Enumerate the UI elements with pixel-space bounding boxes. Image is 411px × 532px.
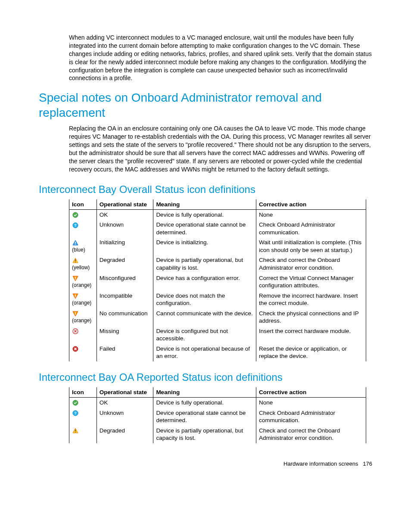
meaning: Cannot communicate with the device. [153,308,256,326]
overall-status-table: Icon Operational state Meaning Correctiv… [69,199,366,361]
incompatible-icon [72,292,79,300]
icon-cell [69,397,97,408]
corrective-action: Check and correct the Onboard Administra… [256,255,366,273]
heading-oa-reported-status: Interconnect Bay OA Reported Status icon… [39,371,372,384]
corrective-action: Insert the correct hardware module. [256,326,366,344]
unknown-icon [72,409,79,417]
icon-cell: (blue) [69,237,97,255]
op-state: Unknown [97,408,153,426]
icon-cell [69,209,97,220]
table-row: (yellow) Degraded Device is partially op… [69,255,366,273]
op-state: Misconfigured [97,273,153,291]
icon-cell: (yellow) [69,255,97,273]
meaning: Device is configured but not accessible. [153,326,256,344]
meaning: Device has a configuration error. [153,273,256,291]
meaning: Device is fully operational. [153,397,256,408]
corrective-action: Check and correct the Onboard Administra… [256,426,366,443]
table-row: Degraded Device is partially operational… [69,426,366,443]
failed-icon [72,345,79,353]
icon-cell [69,220,97,237]
no-communication-icon [72,310,79,317]
initializing-icon [72,239,79,246]
header-corrective-action: Corrective action [256,199,366,210]
icon-color-label: (orange) [72,300,94,307]
footer-section-title: Hardware information screens [283,460,358,467]
degraded-icon [72,427,79,435]
icon-color-label: (blue) [72,247,94,254]
document-page: When adding VC interconnect modules to a… [0,0,411,493]
icon-cell: (orange) [69,308,97,326]
op-state: OK [97,209,153,220]
meaning: Device does not match the configuration. [153,291,256,308]
op-state: Failed [97,344,153,361]
icon-cell [69,326,97,344]
corrective-action: Check the physical connections and IP ad… [256,308,366,326]
table-row: Failed Device is not operational because… [69,344,366,361]
header-icon: Icon [69,199,97,210]
op-state: Unknown [97,220,153,237]
header-operational-state: Operational state [97,199,153,210]
table-header-row: Icon Operational state Meaning Correctiv… [69,199,366,210]
op-state: Missing [97,326,153,344]
ok-icon [72,211,79,219]
corrective-action: None [256,397,366,408]
icon-cell [69,426,97,443]
op-state: Initializing [97,237,153,255]
meaning: Device is fully operational. [153,209,256,220]
table-row: Missing Device is configured but not acc… [69,326,366,344]
op-state: Degraded [97,426,153,443]
meaning: Device operational state cannot be deter… [153,220,256,237]
corrective-action: None [256,209,366,220]
icon-color-label: (yellow) [72,264,94,271]
op-state: OK [97,397,153,408]
oa-reported-status-table: Icon Operational state Meaning Correctiv… [69,387,366,443]
icon-cell: (orange) [69,291,97,308]
table-header-row: Icon Operational state Meaning Correctiv… [69,387,366,398]
table-row: (orange) No communication Cannot communi… [69,308,366,326]
corrective-action: Remove the incorrect hardware. Insert th… [256,291,366,308]
table-row: (blue) Initializing Device is initializi… [69,237,366,255]
corrective-action: Wait until initialization is complete. (… [256,237,366,255]
page-footer: Hardware information screens 176 [39,460,372,467]
unknown-icon [72,221,79,229]
header-corrective-action: Corrective action [256,387,366,398]
heading-overall-status: Interconnect Bay Overall Status icon def… [39,183,372,196]
op-state: No communication [97,308,153,326]
meaning: Device is partially operational, but cap… [153,426,256,443]
ok-icon [72,399,79,407]
header-meaning: Meaning [153,387,256,398]
icon-cell [69,344,97,361]
meaning: Device is not operational because of an … [153,344,256,361]
meaning: Device operational state cannot be deter… [153,408,256,426]
misconfigured-icon [72,274,79,282]
header-meaning: Meaning [153,199,256,210]
footer-page-number: 176 [363,460,372,467]
corrective-action: Check Onboard Administrator communicatio… [256,408,366,426]
corrective-action: Correct the Virtual Connect Manager conf… [256,273,366,291]
heading-special-notes: Special notes on Onboard Administrator r… [39,90,372,120]
icon-cell [69,408,97,426]
special-notes-paragraph: Replacing the OA in an enclosure contain… [69,124,372,173]
meaning: Device is initializing. [153,237,256,255]
header-operational-state: Operational state [97,387,153,398]
intro-paragraph: When adding VC interconnect modules to a… [69,34,372,82]
table-row: OK Device is fully operational. None [69,397,366,408]
corrective-action: Check Onboard Administrator communicatio… [256,220,366,237]
table-row: Unknown Device operational state cannot … [69,220,366,237]
missing-icon [72,327,79,335]
degraded-icon [72,256,79,264]
table-row: (orange) Misconfigured Device has a conf… [69,273,366,291]
table-row: Unknown Device operational state cannot … [69,408,366,426]
icon-color-label: (orange) [72,282,94,289]
header-icon: Icon [69,387,97,398]
table-row: OK Device is fully operational. None [69,209,366,220]
op-state: Incompatible [97,291,153,308]
table-row: (orange) Incompatible Device does not ma… [69,291,366,308]
op-state: Degraded [97,255,153,273]
icon-color-label: (orange) [72,317,94,324]
meaning: Device is partially operational, but cap… [153,255,256,273]
icon-cell: (orange) [69,273,97,291]
corrective-action: Reset the device or application, or repl… [256,344,366,361]
